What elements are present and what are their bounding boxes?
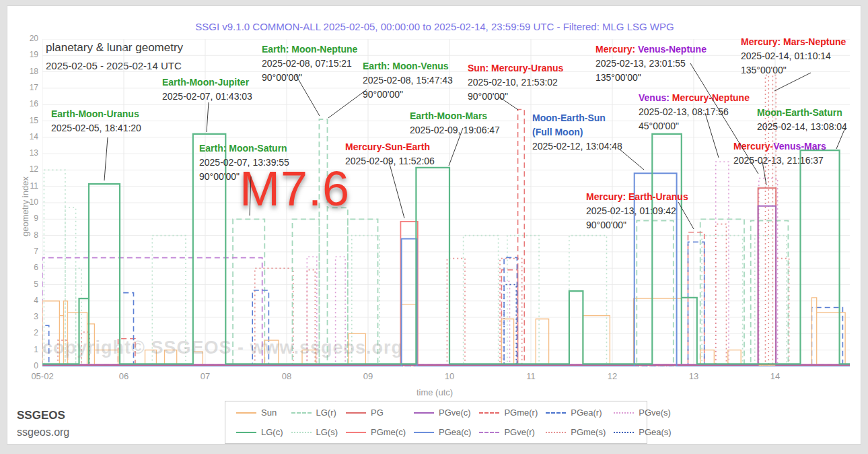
series-line-PGve(s) [42, 162, 850, 366]
annotation: Mercury: Earth-Uranus2025-02-13, 01:09:4… [586, 190, 688, 232]
annotation-text: 2025-02-08, 15:47:43 [363, 75, 453, 86]
legend-label: PGve(s) [639, 408, 671, 418]
legend-label: LG(c) [261, 427, 283, 437]
y-tick-label: 1 [18, 345, 38, 354]
y-tick-label: 19 [18, 50, 38, 59]
watermark: copyright© SSGEOS - www.ssgeos.org [42, 337, 403, 358]
legend-item-PGve(r): PGve(r) [475, 427, 542, 437]
footer-site: ssgeos.org [17, 426, 69, 439]
x-tick-label: 07 [182, 371, 229, 381]
annotation: Mercury-Sun-Earth2025-02-09, 11:52:06 [345, 140, 435, 168]
series-line-LG(c) [42, 134, 850, 364]
annotation-text: Venus-Neptune [635, 44, 707, 55]
annotation-text: 2025-02-12, 13:04:48 [532, 141, 622, 152]
legend-item-PGme(r): PGme(r) [475, 408, 542, 418]
annotation-text: Earth-Moon-Mars [410, 110, 487, 121]
y-tick-label: 13 [18, 148, 38, 158]
annotation-text: 90°00'00" [262, 72, 302, 83]
annotation-text: 90°00'00" [363, 89, 403, 100]
legend-line-sample [346, 432, 366, 433]
annotation: Earth-Moon-Jupiter2025-02-07, 01:43:03 [162, 75, 252, 104]
legend-box: SunLG(c)LG(r)LG(s)PGPGme(c)PGve(c)PGea(c… [225, 401, 647, 444]
legend-item-PGve(s): PGve(s) [610, 408, 675, 418]
annotation-text: Mercury: Earth-Uranus [586, 191, 688, 202]
annotation: Mercury: Venus-Neptune2025-02-13, 23:01:… [595, 42, 707, 85]
legend-item-PGea(r): PGea(r) [542, 408, 610, 418]
annotation: Earth-Moon-Mars2025-02-09, 19:06:47 [410, 109, 500, 137]
x-tick-label: 13 [670, 371, 717, 381]
legend-line-sample [414, 432, 434, 433]
legend-item-LG(s): LG(s) [287, 427, 342, 437]
legend-item-PGme(s): PGme(s) [542, 427, 610, 437]
x-tick-label: 10 [426, 371, 473, 381]
legend-label: PGme(c) [371, 427, 406, 437]
legend-line-sample [546, 432, 566, 433]
legend-line-sample [236, 412, 256, 414]
annotation: Venus: Mercury-Neptune2025-02-13, 08:17:… [639, 91, 750, 133]
x-tick-label: 09 [345, 371, 392, 381]
legend-line-sample [546, 412, 566, 414]
y-tick-label: 3 [18, 312, 38, 321]
annotation-text: 2025-02-09, 19:06:47 [410, 125, 500, 135]
legend-line-sample [291, 412, 312, 414]
screenshot-stage: SSGI v9.1.0 COMMON-ALL 2025-02-05, 00:00… [0, 0, 868, 454]
annotation: Earth-Moon-Uranus2025-02-05, 18:41:20 [51, 107, 141, 135]
legend-line-sample [414, 412, 434, 414]
chart-title: SSGI v9.1.0 COMMON-ALL 2025-02-05, 00:00… [7, 21, 862, 32]
annotation-text: 2025-02-05, 18:41:20 [51, 123, 141, 133]
y-tick-label: 0 [18, 361, 38, 370]
x-tick-label: 05-02 [19, 371, 66, 381]
legend-item-PGve(c): PGve(c) [410, 408, 475, 418]
legend-item-PGea(c): PGea(c) [410, 427, 475, 437]
footer-brand: SSGEOS [17, 409, 65, 422]
legend-item-PGea(s): PGea(s) [610, 427, 675, 437]
annotation-text: (Full Moon) [532, 127, 583, 137]
annotation-text: 2025-02-10, 21:53:02 [468, 77, 558, 88]
x-tick-label: 06 [100, 371, 147, 381]
legend-item-PG: PG [342, 408, 410, 418]
annotation-text: Moon-Earth-Saturn [757, 107, 842, 118]
annotation: Mercury: Mars-Neptune2025-02-14, 01:10:1… [741, 35, 846, 77]
x-tick-label: 11 [507, 371, 554, 381]
y-tick-label: 4 [18, 296, 38, 305]
annotation: Earth: Moon-Saturn2025-02-07, 13:39:5590… [199, 141, 289, 184]
legend-label: PGea(r) [571, 408, 602, 418]
legend-label: PGme(r) [504, 408, 538, 418]
annotation-text: Earth-Moon-Jupiter [162, 77, 249, 88]
legend-line-sample [291, 432, 312, 433]
annotation-text: 90°00'00" [468, 91, 508, 102]
legend-line-sample [479, 432, 499, 433]
legend-line-sample [236, 432, 256, 433]
legend-item-Sun: Sun [232, 408, 287, 418]
annotation-text: 2025-02-13, 08:17:56 [639, 106, 729, 117]
annotation-text: 2025-02-07, 01:43:03 [162, 91, 252, 102]
y-tick-label: 16 [18, 99, 38, 108]
annotation-text: Earth: Moon-Saturn [199, 143, 287, 154]
legend-line-sample [346, 412, 366, 414]
annotation: Sun: Mercury-Uranus2025-02-10, 21:53:029… [468, 61, 563, 104]
legend-item-PGme(c): PGme(c) [342, 427, 410, 437]
annotation: Earth: Moon-Neptune2025-02-08, 07:15:219… [262, 42, 357, 85]
annotation: Mercury-Venus-Mars2025-02-13, 21:16:37 [733, 139, 826, 168]
annotation-text: 90°00'00" [586, 220, 626, 230]
annotation-text: 2025-02-14, 01:10:14 [741, 51, 831, 61]
annotation-text: Mercury-Neptune [670, 92, 750, 103]
annotation: Moon-Earth-Saturn2025-02-14, 13:08:04 [757, 106, 847, 134]
annotation-text: 2025-02-13, 23:01:55 [595, 58, 686, 69]
annotation-text: Mercury: Mars-Neptune [741, 36, 846, 47]
annotation-text: 2025-02-07, 13:39:55 [199, 157, 289, 168]
legend-label: PGve(c) [439, 408, 471, 418]
y-tick-label: 6 [18, 263, 38, 272]
annotation-text: 135°00'00" [595, 72, 641, 83]
annotation-text: Sun: Mercury-Uranus [468, 63, 563, 73]
annotation-text: Earth: Moon-Neptune [262, 44, 357, 55]
annotation-text: 2025-02-13, 21:16:37 [733, 155, 824, 166]
y-tick-label: 7 [18, 247, 38, 256]
annotation-text: Venus: [639, 92, 670, 103]
y-tick-label: 15 [18, 116, 38, 125]
annotation-text: 45°00'00" [639, 121, 679, 131]
y-tick-label: 17 [18, 83, 38, 92]
annotation-text: Moon-Earth-Sun [532, 112, 606, 123]
y-tick-label: 2 [18, 328, 38, 337]
x-tick-label: 14 [752, 371, 799, 381]
